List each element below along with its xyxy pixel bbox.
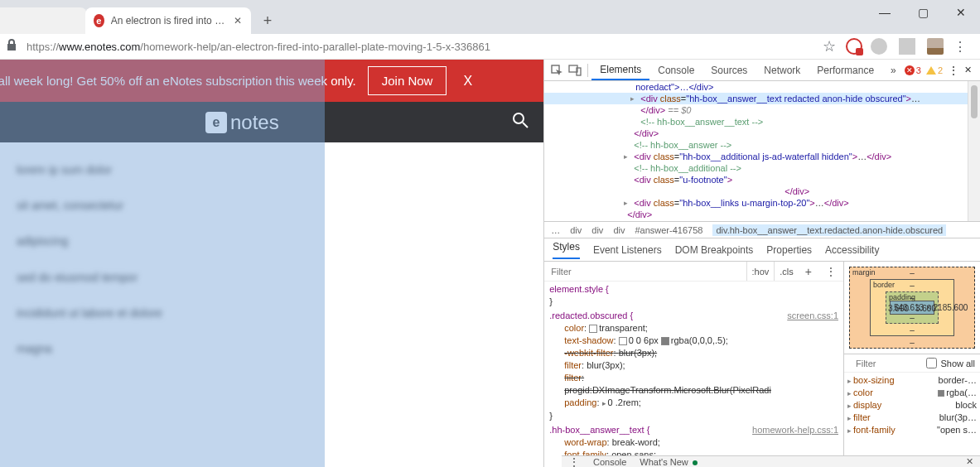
device-toggle-icon[interactable] [566,61,584,79]
close-icon[interactable]: ✕ [232,14,243,27]
source-link[interactable]: homework-help.css:1 [752,424,838,436]
address-bar: https://www.enotes.com/homework-help/an-… [0,34,980,60]
banner-close-button[interactable]: X [463,74,472,89]
warning-count[interactable]: 2 [926,65,943,75]
computed-filter-row: Show all [844,354,980,373]
devtools-panel: Elements Console Sources Network Perform… [543,60,980,467]
subtab-styles[interactable]: Styles [553,241,580,259]
toggle-icon[interactable]: ▸ [630,93,635,104]
devtools-menu-icon[interactable]: ⋮ [948,64,959,77]
styles-pane: :hov .cls + ⋮ element.style {} screen.cs… [544,262,844,467]
subtab-accessibility[interactable]: Accessibility [825,244,879,256]
styles-filter-row: :hov .cls + ⋮ [544,262,843,282]
url-path: /homework-help/an-electron-fired-into-pa… [140,41,490,53]
show-all-label: Show all [940,359,975,368]
extension-2-icon[interactable] [871,38,887,55]
tab-elements[interactable]: Elements [591,60,649,80]
computed-list[interactable]: box-sizingborder-… colorrgba(… displaybl… [844,373,980,438]
close-button[interactable]: ✕ [942,0,980,25]
new-tab-button[interactable]: + [256,9,279,32]
tab-network[interactable]: Network [756,60,809,80]
tab-console[interactable]: Console [649,60,702,80]
tab-2-active[interactable]: e An electron is fired into a parallel ✕ [85,7,251,34]
show-all-checkbox[interactable] [926,358,937,368]
url-domain: www.enotes.com [59,41,140,53]
box-model[interactable]: margin – – border – – padding – – 3.600 [844,262,980,354]
tab-sources[interactable]: Sources [702,60,756,80]
minimize-button[interactable]: — [866,0,904,25]
computed-pane: margin – – border – – padding – – 3.600 [844,262,980,467]
svg-point-0 [514,113,524,123]
devtools-drawer: ⋮ Console What's New ✕ [562,455,980,467]
inspect-icon[interactable] [548,61,566,79]
extension-1-icon[interactable] [846,38,862,55]
maximize-button[interactable]: ▢ [904,0,942,25]
toggle-icon[interactable]: ▸ [624,151,628,162]
bookmark-icon[interactable]: ☆ [821,38,838,55]
styles-subtabs: Styles Event Listeners DOM Breakpoints P… [544,238,980,262]
devtools-inspect-overlay [0,60,325,467]
subtab-properties[interactable]: Properties [766,244,812,256]
web-page: er Monday sale—all week long! Get 50% of… [0,60,543,467]
drawer-console-tab[interactable]: Console [593,457,626,467]
subtab-event-listeners[interactable]: Event Listeners [593,244,662,256]
dom-breadcrumb[interactable]: … div div div #answer-416758 div.hh-box_… [544,222,980,238]
separator [587,64,588,77]
url-proto: https:// [27,41,59,53]
extension-3-icon[interactable] [927,38,944,55]
join-now-button[interactable]: Join Now [368,66,447,95]
toolbar-icons: ☆ ⋮ [821,38,968,55]
lock-icon[interactable] [7,39,20,54]
svg-line-1 [523,123,528,128]
window-controls: — ▢ ✕ [866,0,980,25]
tab-more[interactable]: » [882,60,905,80]
error-count[interactable]: ✕3 [905,65,921,75]
hov-toggle[interactable]: :hov [746,262,775,281]
source-link[interactable]: screen.css:1 [787,310,838,322]
tab-1[interactable]: September 2018 ✕ [0,7,87,34]
toggle-icon[interactable]: ▸ [624,197,628,209]
tab-title: An electron is fired into a parallel [111,15,226,26]
subtab-dom-breakpoints[interactable]: DOM Breakpoints [675,244,754,256]
scrollbar[interactable] [968,81,980,221]
new-rule-button[interactable]: + [799,265,818,278]
favicon-icon: e [94,14,104,27]
tab-performance[interactable]: Performance [809,60,882,80]
cls-toggle[interactable]: .cls [774,262,799,281]
computed-filter-input[interactable] [849,359,926,368]
devtools-tabs: Elements Console Sources Network Perform… [591,60,905,80]
url-display[interactable]: https://www.enotes.com/homework-help/an-… [27,41,821,53]
drawer-menu-icon[interactable]: ⋮ [568,455,580,468]
separator [899,38,915,55]
css-rule-list[interactable]: element.style {} screen.css:1 .redacted.… [544,282,843,467]
drawer-close-icon[interactable]: ✕ [966,456,973,467]
search-icon[interactable] [512,112,529,132]
styles-filter-input[interactable] [544,267,746,277]
styles-menu-icon[interactable]: ⋮ [818,265,843,278]
browser-tab-strip: September 2018 ✕ e An electron is fired … [0,0,980,34]
new-indicator-icon [693,460,698,465]
devtools-close-icon[interactable]: ✕ [964,65,972,75]
drawer-whatsnew-tab[interactable]: What's New [640,457,697,467]
dom-tree[interactable]: noredact">…</div> ▸ <div class="hh-box__… [544,81,980,222]
devtools-toolbar: Elements Console Sources Network Perform… [544,60,980,81]
chrome-menu-icon[interactable]: ⋮ [952,38,968,55]
